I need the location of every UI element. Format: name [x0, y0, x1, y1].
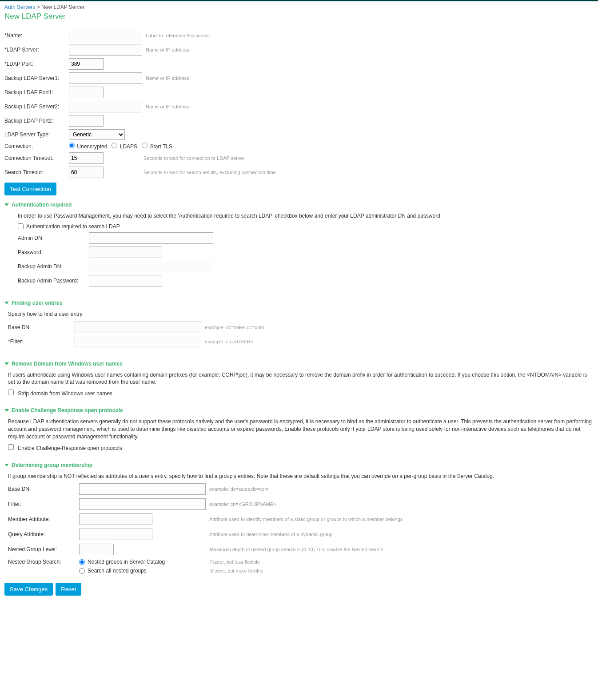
svg-marker-0 [4, 203, 9, 206]
label-connection: Connection: [4, 143, 69, 149]
radio-starttls-label: Start TLS [150, 143, 172, 150]
label-search-timeout: Search Timeout: [4, 169, 69, 175]
label-nested-level: Nested Group Level: [8, 546, 79, 553]
backup2-server-input[interactable] [69, 101, 142, 112]
backup1-server-input[interactable] [69, 72, 142, 84]
radio-unencrypted[interactable] [69, 143, 75, 148]
checkbox-challenge-response-label: Enable Challenge-Response open protocols [18, 445, 122, 451]
hint-query-attr: Attribute used to determine members of a… [209, 532, 333, 537]
name-input[interactable] [69, 30, 142, 41]
reset-button[interactable]: Reset [56, 583, 81, 596]
svg-marker-3 [4, 409, 9, 412]
label-admin-dn: Admin DN: [18, 235, 89, 241]
label-user-base-dn: Base DN: [8, 324, 75, 330]
section-challenge-response[interactable]: Enable Challenge Response open protocols [4, 407, 594, 414]
chevron-down-icon [4, 362, 9, 366]
label-user-filter: *Filter: [8, 338, 75, 345]
breadcrumb-link-auth-servers[interactable]: Auth Servers [4, 4, 35, 10]
hint-user-base-dn: example: dc=sales,dc=com [205, 325, 264, 330]
group-base-dn-input[interactable] [79, 483, 206, 495]
auth-req-description: In order to use Password Management, you… [4, 212, 594, 220]
server-type-select[interactable]: Generic [69, 129, 125, 140]
label-backup1-server: Backup LDAP Server1: [4, 75, 69, 81]
member-attr-input[interactable] [79, 513, 152, 525]
hint-group-filter: example: cn=<GROUPNAME> [209, 501, 276, 507]
group-description: If group membership is NOT reflected as … [4, 473, 594, 480]
svg-marker-2 [4, 362, 9, 365]
search-timeout-input[interactable] [69, 167, 104, 178]
hint-name: Label to reference this server. [146, 33, 210, 38]
label-ldap-server: *LDAP Server: [4, 47, 69, 53]
label-name: *Name: [4, 32, 69, 39]
label-group-filter: Filter: [8, 501, 79, 507]
conn-timeout-input[interactable] [69, 152, 104, 164]
section-group-membership[interactable]: Determining group membership [4, 462, 594, 468]
svg-marker-1 [4, 302, 9, 304]
hint-member-attr: Attribute used to identify members of a … [209, 517, 403, 522]
remove-domain-description: If users authenticate using Windows user… [4, 371, 594, 386]
hint-user-filter: example: cn=<USER> [205, 339, 253, 344]
section-remove-domain[interactable]: Remove Domain from Windows user names [4, 361, 594, 367]
label-backup2-port: Backup LDAP Port2: [4, 118, 69, 124]
label-backup2-server: Backup LDAP Server2: [4, 103, 69, 110]
hint-nested-opt1: Faster, but less flexible [210, 559, 260, 565]
label-backup-admin-dn: Backup Admin DN: [18, 263, 89, 270]
label-backup-admin-pw: Backup Admin Password: [18, 278, 89, 284]
checkbox-auth-required-label: Authentication required to search LDAP [26, 223, 120, 230]
breadcrumb: Auth Servers > New LDAP Server [4, 4, 594, 10]
backup-admin-dn-input[interactable] [89, 261, 213, 272]
query-attr-input[interactable] [79, 529, 152, 540]
chevron-down-icon [4, 463, 9, 467]
test-connection-button[interactable]: Test Connection [4, 183, 56, 195]
ldap-server-input[interactable] [69, 44, 142, 56]
label-group-base-dn: Base DN: [8, 486, 79, 492]
label-ldap-port: *LDAP Port: [4, 61, 69, 67]
label-password: Password: [18, 249, 89, 255]
save-changes-button[interactable]: Save Changes [4, 583, 53, 596]
section-finding-user-entries[interactable]: Finding user entries [4, 300, 594, 306]
hint-backup1-server: Name or IP address [146, 76, 189, 81]
ldap-port-input[interactable] [69, 58, 104, 70]
hint-ldap-server: Name or IP address [146, 47, 189, 52]
radio-nested-server-catalog[interactable] [79, 559, 85, 565]
checkbox-challenge-response[interactable] [8, 444, 14, 450]
group-filter-input[interactable] [79, 498, 206, 510]
hint-nested-opt2: Slower, but more flexible [210, 568, 263, 573]
radio-unencrypted-label: Unencrypted [77, 143, 107, 150]
password-input[interactable] [89, 247, 162, 258]
svg-marker-4 [4, 464, 9, 466]
hint-conn-timeout: Seconds to wait for connection to LDAP s… [144, 155, 244, 161]
radio-nested-search-all[interactable] [79, 568, 85, 574]
checkbox-auth-required[interactable] [18, 223, 24, 229]
backup-admin-password-input[interactable] [89, 275, 162, 286]
challenge-description: Because LDAP authentication servers gene… [4, 418, 594, 440]
radio-ldaps-label: LDAPS [120, 143, 137, 150]
hint-group-base-dn: example: dc=sales,dc=com [209, 486, 268, 492]
radio-ldaps[interactable] [112, 143, 117, 148]
chevron-down-icon [4, 301, 9, 305]
backup2-port-input[interactable] [69, 115, 104, 127]
nested-level-input[interactable] [79, 544, 114, 555]
label-server-type: LDAP Server Type: [4, 131, 69, 138]
label-backup1-port: Backup LDAP Port1: [4, 89, 69, 95]
hint-search-timeout: Seconds to wait for search results, excl… [144, 170, 276, 175]
backup1-port-input[interactable] [69, 87, 104, 98]
label-query-attr: Query Attribute: [8, 531, 79, 537]
checkbox-strip-domain[interactable] [8, 390, 14, 395]
label-conn-timeout: Connection Timeout: [4, 155, 69, 161]
checkbox-strip-domain-label: Strip domain from Windows user names [18, 390, 112, 397]
admin-dn-input[interactable] [89, 232, 213, 244]
radio-nested-search-all-label: Search all nested groups [88, 568, 176, 574]
hint-backup2-server: Name or IP address [146, 104, 189, 109]
label-member-attr: Member Attribute: [8, 516, 79, 522]
label-nested-search: Nested Group Search: [8, 559, 79, 565]
user-base-dn-input[interactable] [75, 322, 201, 333]
chevron-down-icon [4, 203, 9, 207]
chevron-down-icon [4, 408, 9, 413]
finding-description: Specify how to find a user entry [4, 310, 594, 318]
hint-nested-level: Maximum depth of nested group search is … [210, 547, 385, 552]
user-filter-input[interactable] [75, 336, 201, 347]
page-title: New LDAP Server [4, 12, 594, 21]
section-auth-required[interactable]: Authentication required [4, 202, 594, 208]
radio-starttls[interactable] [142, 143, 148, 148]
